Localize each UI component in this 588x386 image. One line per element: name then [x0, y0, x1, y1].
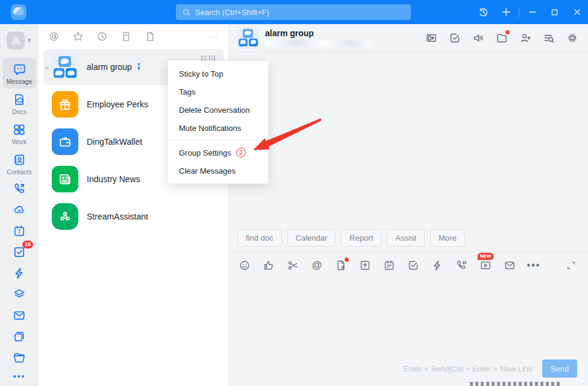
conversation-name: Industry News: [87, 174, 140, 184]
message-icon: [13, 62, 27, 76]
minimize-icon[interactable]: [521, 0, 543, 24]
menu-item-mute-notifications[interactable]: Mute Notifications: [168, 119, 268, 137]
conversation-streamassistant[interactable]: StreamAssistant: [43, 198, 224, 235]
screenshot-icon[interactable]: [287, 259, 299, 271]
video-meeting-icon[interactable]: [425, 32, 437, 44]
group-avatar[interactable]: [237, 27, 259, 49]
new-doc-icon[interactable]: [335, 259, 347, 271]
calendar-icon[interactable]: 7: [12, 224, 27, 238]
close-conversation-icon[interactable]: ✕: [44, 65, 49, 72]
input-hint: Enter = Send|Ctrl + Enter = New Line: [403, 364, 533, 373]
workspace-switcher[interactable]: ▼: [7, 31, 32, 49]
rail-label: Message: [7, 78, 33, 85]
menu-item-sticky-to-top[interactable]: Sticky to Top: [168, 65, 268, 83]
todo-icon[interactable]: 15: [12, 245, 27, 259]
rail-item-work[interactable]: Work: [2, 119, 36, 149]
task-check-icon[interactable]: [407, 259, 419, 271]
like-icon[interactable]: [263, 259, 275, 271]
dingtalk-logo: [11, 4, 27, 20]
quick-action-icon[interactable]: [431, 259, 443, 271]
rail-item-docs[interactable]: Docs: [2, 89, 36, 119]
menu-item-clear-messages[interactable]: Clear Messages: [168, 162, 268, 180]
todo-badge: 15: [22, 241, 33, 248]
mail-icon[interactable]: [504, 259, 516, 271]
workspace-avatar: [7, 31, 25, 49]
menu-item-tags[interactable]: Tags: [168, 83, 268, 101]
composer-toolbar: @: [229, 252, 588, 279]
mention-icon[interactable]: @: [311, 259, 323, 271]
chevron-down-icon: ▼: [27, 37, 32, 43]
find-doc-button[interactable]: find doc: [237, 229, 282, 247]
report-button[interactable]: Report: [341, 229, 381, 247]
chat-header-actions: [425, 32, 578, 44]
task-check-icon[interactable]: [449, 32, 461, 44]
assist-button[interactable]: Assist: [387, 229, 425, 247]
gift-icon: [52, 91, 78, 118]
menu-item-delete-conversation[interactable]: Delete Conversation: [168, 101, 268, 119]
mail-icon[interactable]: [12, 308, 27, 323]
expand-icon[interactable]: [565, 259, 577, 271]
notification-dot: [505, 30, 510, 34]
recent-icon[interactable]: [96, 31, 108, 42]
global-search-input[interactable]: Search (Ctrl+Shift+F): [176, 4, 411, 20]
search-messages-icon[interactable]: [543, 32, 555, 44]
stream-icon: [52, 203, 78, 230]
group-files-icon[interactable]: [496, 32, 508, 44]
phone-sync-icon[interactable]: [120, 31, 132, 42]
clipped-watermark: [470, 382, 561, 386]
flash-icon[interactable]: [12, 266, 27, 280]
window-actions: [472, 0, 588, 24]
chat-subtitle-redacted: [265, 40, 372, 47]
work-icon: [13, 123, 26, 136]
wallet-icon: [52, 128, 78, 155]
send-file-icon[interactable]: [359, 259, 371, 271]
cloud-drive-icon[interactable]: [12, 203, 27, 217]
rail-item-contacts[interactable]: Contacts: [2, 149, 36, 179]
mini-apps-icon[interactable]: [12, 329, 27, 344]
mention-icon[interactable]: [48, 31, 60, 42]
history-icon[interactable]: [472, 0, 495, 24]
titlebar: Search (Ctrl+Shift+F): [0, 0, 588, 24]
news-icon: [52, 166, 78, 192]
calendar-button[interactable]: Calendar: [287, 229, 336, 247]
schedule-icon[interactable]: [383, 259, 395, 271]
notification-dot: [345, 258, 349, 262]
contacts-icon: [13, 153, 26, 166]
add-member-icon[interactable]: [519, 32, 531, 44]
rail-item-message[interactable]: Message: [2, 58, 36, 89]
settings-icon[interactable]: [566, 32, 578, 44]
search-icon: [182, 8, 191, 17]
rail-label: Work: [12, 138, 27, 145]
left-rail: ▼ Message Docs Work: [0, 24, 39, 386]
folder-icon[interactable]: [12, 350, 27, 365]
conversation-name: Employee Perks: [87, 100, 148, 109]
more-button[interactable]: More: [430, 229, 465, 247]
file-icon[interactable]: [145, 31, 156, 42]
menu-item-group-settings[interactable]: Group Settings 2: [168, 144, 268, 162]
chat-header: alarm group: [229, 24, 588, 52]
close-icon[interactable]: [566, 0, 588, 24]
docs-icon: [13, 93, 26, 106]
organization-tie-icon: [136, 63, 142, 71]
announcement-icon[interactable]: [472, 32, 484, 44]
rail-more-icon[interactable]: •••: [13, 372, 26, 381]
titlebar-divider: [519, 7, 519, 17]
starred-icon[interactable]: [72, 31, 84, 42]
annotation-step-2: 2: [236, 148, 246, 157]
message-input[interactable]: [229, 279, 588, 359]
new-chat-icon[interactable]: [495, 0, 517, 24]
emoji-icon[interactable]: [239, 259, 251, 271]
call-icon[interactable]: [455, 259, 468, 271]
svg-text:7: 7: [18, 229, 21, 235]
conversation-list-more-icon[interactable]: ···: [209, 32, 219, 41]
ding-platform-icon[interactable]: [12, 287, 27, 302]
send-button[interactable]: Send: [542, 359, 577, 378]
maximize-icon[interactable]: [543, 0, 566, 24]
message-area[interactable]: [229, 52, 588, 228]
rail-label: Docs: [12, 108, 27, 115]
search-placeholder: Search (Ctrl+Shift+F): [195, 8, 269, 17]
composer-more-icon[interactable]: •••: [528, 259, 540, 271]
new-badge: NEW: [478, 253, 494, 260]
phone-call-icon[interactable]: [12, 182, 27, 196]
video-icon[interactable]: NEW: [480, 259, 492, 271]
